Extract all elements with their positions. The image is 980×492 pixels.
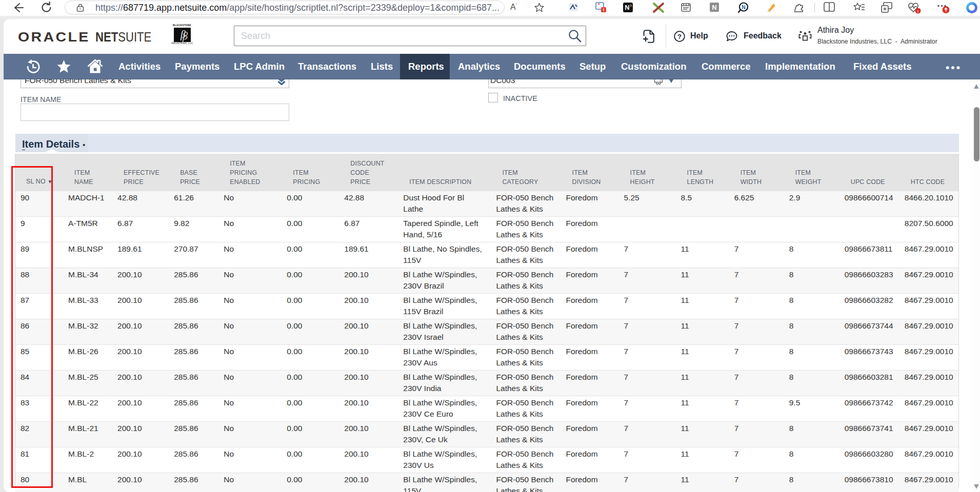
svg-text:*: * <box>598 3 600 8</box>
svg-text:!: ! <box>917 9 919 14</box>
svg-text:?: ? <box>677 33 682 40</box>
svg-text:?: ? <box>630 4 632 8</box>
svg-text:β: β <box>182 30 188 42</box>
svg-text:!: ! <box>603 7 605 12</box>
svg-text:N: N <box>625 4 629 11</box>
svg-text:N: N <box>712 4 716 11</box>
svg-text:N: N <box>742 4 746 10</box>
